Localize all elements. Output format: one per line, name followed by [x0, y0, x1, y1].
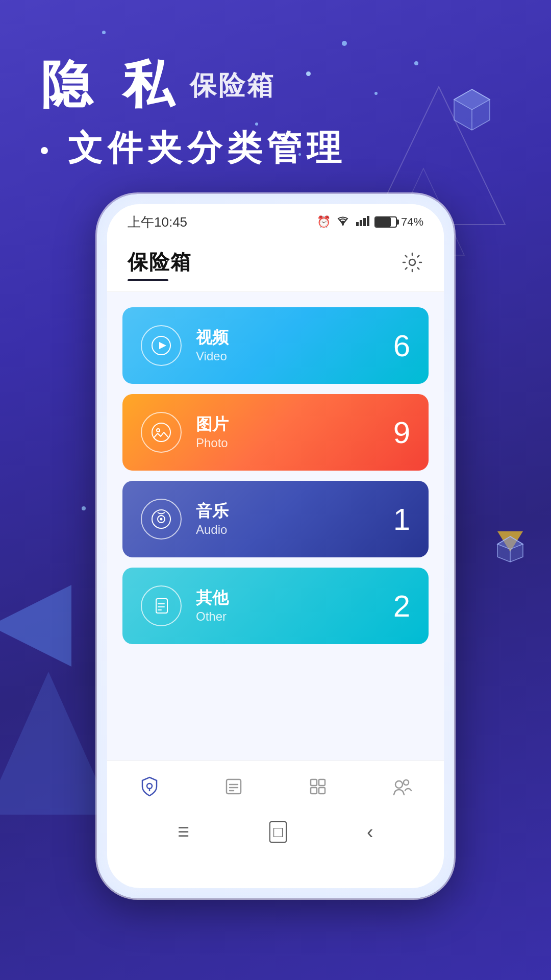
svg-rect-12	[356, 222, 359, 226]
triangle-blue-left	[0, 580, 71, 674]
signal-icon	[355, 215, 369, 229]
screen-content: 上午10:45 ⏰	[107, 204, 444, 852]
svg-point-16	[409, 259, 415, 265]
triangle-blue-bottom	[0, 672, 112, 827]
star-dot	[102, 31, 106, 34]
title-chinese-small: 保险箱	[190, 68, 276, 104]
svg-point-28	[147, 783, 152, 789]
title-chinese-big: 隐 私	[41, 51, 182, 120]
app-title: 保险箱	[128, 248, 192, 276]
svg-marker-18	[159, 342, 166, 349]
video-count: 6	[393, 328, 410, 363]
svg-rect-13	[360, 220, 362, 226]
category-card-photo[interactable]: 图片 Photo 9	[122, 394, 429, 471]
wifi-icon	[336, 215, 350, 229]
svg-point-23	[160, 518, 163, 521]
video-labels: 视频 Video	[196, 328, 393, 363]
phone-screen: 上午10:45 ⏰	[107, 204, 444, 888]
status-bar: 上午10:45 ⏰	[107, 204, 444, 240]
svg-point-20	[157, 429, 160, 432]
status-time: 上午10:45	[128, 213, 187, 231]
other-label-cn: 其他	[196, 588, 393, 607]
audio-count: 1	[393, 502, 410, 537]
video-label-en: Video	[196, 349, 393, 363]
app-bar: 保险箱	[107, 240, 444, 292]
star-dot	[342, 41, 347, 46]
photo-label-cn: 图片	[196, 414, 393, 434]
content-spacer	[122, 654, 429, 745]
other-count: 2	[393, 589, 410, 624]
header-section: 隐 私 保险箱 文件夹分类管理	[41, 51, 346, 172]
battery-icon: 74%	[374, 215, 423, 229]
svg-rect-24	[156, 599, 167, 613]
app-title-underline	[128, 279, 168, 281]
photo-icon-circle	[141, 412, 182, 453]
svg-rect-36	[311, 788, 317, 794]
settings-button[interactable]	[401, 251, 423, 278]
svg-rect-15	[367, 216, 369, 226]
other-labels: 其他 Other	[196, 588, 393, 624]
app-title-wrap: 保险箱	[128, 248, 192, 281]
title-line2: 文件夹分类管理	[41, 125, 346, 172]
svg-rect-14	[363, 218, 366, 226]
svg-rect-35	[319, 779, 325, 786]
phone-mockup: 上午10:45 ⏰	[97, 194, 454, 898]
bullet-point	[41, 147, 48, 154]
photo-label-en: Photo	[196, 436, 393, 450]
other-label-en: Other	[196, 609, 393, 624]
svg-point-19	[152, 423, 170, 442]
photo-count: 9	[393, 415, 410, 450]
system-nav: ☰ □ ‹	[107, 812, 444, 852]
star-dot	[82, 506, 86, 510]
nav-item-files[interactable]	[212, 770, 255, 803]
video-icon-circle	[141, 325, 182, 366]
audio-icon-circle	[141, 499, 182, 540]
alarm-icon: ⏰	[317, 215, 331, 229]
svg-point-39	[404, 780, 409, 785]
svg-point-38	[395, 781, 403, 788]
status-icons: ⏰	[317, 215, 423, 229]
audio-label-cn: 音乐	[196, 501, 393, 521]
svg-rect-34	[311, 779, 317, 786]
audio-labels: 音乐 Audio	[196, 501, 393, 537]
bottom-nav	[107, 761, 444, 812]
star-dot	[374, 92, 378, 95]
nav-back-button[interactable]: ‹	[367, 821, 373, 843]
nav-item-safe[interactable]	[128, 770, 171, 803]
nav-menu-button[interactable]: ☰	[178, 824, 189, 840]
nav-item-social[interactable]	[381, 770, 423, 803]
star-dot	[414, 61, 418, 65]
svg-marker-7	[497, 531, 523, 552]
svg-marker-6	[0, 672, 112, 815]
svg-marker-8	[497, 536, 523, 562]
svg-marker-3	[454, 89, 490, 110]
cube-decoration-top	[449, 87, 495, 135]
audio-label-en: Audio	[196, 523, 393, 537]
category-card-other[interactable]: 其他 Other 2	[122, 568, 429, 644]
svg-marker-9	[497, 536, 523, 549]
other-icon-circle	[141, 585, 182, 626]
nav-item-apps[interactable]	[296, 770, 339, 803]
svg-point-11	[342, 224, 344, 226]
category-card-video[interactable]: 视频 Video 6	[122, 307, 429, 384]
cube-decoration-small	[495, 534, 525, 567]
phone-shell: 上午10:45 ⏰	[97, 194, 454, 898]
category-card-audio[interactable]: 音乐 Audio 1	[122, 481, 429, 557]
nav-home-button[interactable]: □	[269, 821, 287, 843]
triangle-yellow-small	[497, 529, 523, 556]
photo-labels: 图片 Photo	[196, 414, 393, 450]
svg-rect-30	[227, 779, 241, 794]
svg-rect-37	[319, 788, 325, 794]
content-area: 视频 Video 6	[107, 292, 444, 761]
title-line1: 隐 私 保险箱	[41, 51, 346, 120]
svg-marker-2	[454, 89, 490, 130]
svg-marker-5	[0, 585, 71, 667]
video-label-cn: 视频	[196, 328, 393, 347]
